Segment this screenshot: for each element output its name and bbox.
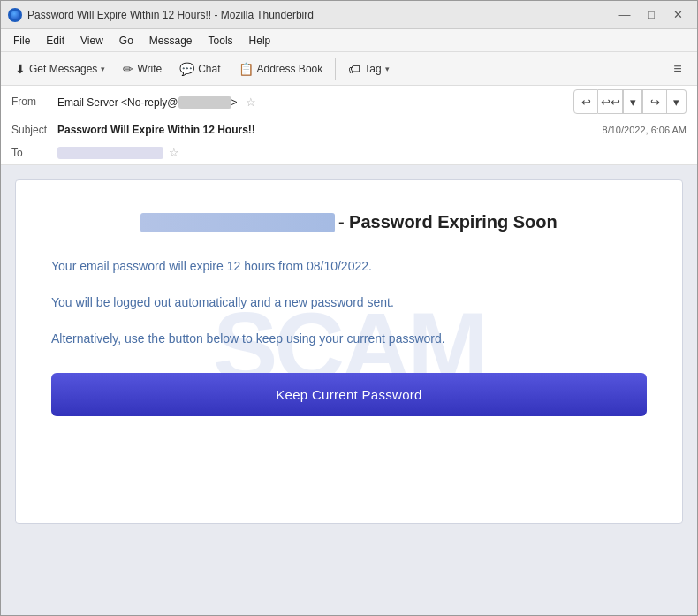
forward-dropdown-button[interactable]: ▾ — [667, 89, 687, 114]
keep-password-button[interactable]: Keep Current Password — [51, 373, 647, 416]
title-bar: Password Will Expire Within 12 Hours!! -… — [1, 1, 697, 29]
write-button[interactable]: ✏ Write — [116, 58, 169, 80]
toolbar: ⬇ Get Messages ▾ ✏ Write 💬 Chat 📋 Addres… — [1, 52, 697, 86]
to-label: To — [11, 147, 57, 159]
from-star-icon[interactable]: ☆ — [246, 95, 256, 109]
para-3: Alternatively, use the button below to k… — [51, 330, 647, 348]
subject-label: Subject — [11, 124, 57, 136]
forward-button[interactable]: ↪ — [642, 89, 667, 114]
para-1: Your email password will expire 12 hours… — [51, 257, 647, 276]
get-messages-dropdown-icon: ▾ — [101, 65, 105, 73]
email-header: From Email Server <No-reply@ > ☆ ↩ ↩↩ ▾ … — [1, 86, 697, 165]
nav-buttons: ↩ ↩↩ ▾ ↪ ▾ — [573, 89, 687, 114]
toolbar-separator — [335, 58, 336, 80]
from-row: From Email Server <No-reply@ > ☆ ↩ ↩↩ ▾ … — [1, 86, 697, 118]
address-book-icon: 📋 — [239, 62, 254, 76]
toolbar-menu-button[interactable]: ≡ — [665, 57, 690, 81]
email-body: SCAM - Password Expiring Soon Your email… — [15, 179, 683, 524]
reply-button[interactable]: ↩ — [573, 89, 598, 114]
menu-help[interactable]: Help — [242, 32, 278, 49]
address-book-button[interactable]: 📋 Address Book — [231, 58, 330, 80]
to-email-blurred — [57, 147, 163, 159]
menu-view[interactable]: View — [73, 32, 110, 49]
menu-message[interactable]: Message — [142, 32, 200, 49]
minimize-button[interactable]: — — [612, 5, 637, 25]
close-button[interactable]: ✕ — [665, 5, 690, 25]
menu-file[interactable]: File — [6, 32, 37, 49]
heading-text: - Password Expiring Soon — [338, 212, 558, 232]
chat-icon: 💬 — [179, 62, 194, 76]
write-icon: ✏ — [123, 62, 133, 76]
tag-icon: 🏷 — [348, 62, 360, 76]
main-layout: From Email Server <No-reply@ > ☆ ↩ ↩↩ ▾ … — [1, 86, 697, 616]
from-email-blurred — [178, 96, 231, 109]
from-value: Email Server <No-reply@ > ☆ — [57, 95, 573, 109]
to-row: To ☆ — [1, 141, 697, 164]
email-content: SCAM - Password Expiring Soon Your email… — [1, 165, 697, 616]
get-messages-icon: ⬇ — [15, 62, 26, 76]
tag-dropdown-icon: ▾ — [385, 65, 390, 73]
get-messages-button[interactable]: ⬇ Get Messages ▾ — [8, 58, 112, 80]
menu-edit[interactable]: Edit — [39, 32, 72, 49]
tag-button[interactable]: 🏷 Tag ▾ — [341, 58, 396, 80]
reply-all-button[interactable]: ↩↩ — [598, 89, 623, 114]
menu-go[interactable]: Go — [112, 32, 140, 49]
email-inner: - Password Expiring Soon Your email pass… — [16, 180, 682, 445]
app-icon — [8, 8, 22, 22]
subject-value: Password Will Expire Within 12 Hours!! — [57, 124, 603, 136]
sender-blurred — [140, 213, 335, 232]
maximize-button[interactable]: □ — [639, 5, 664, 25]
email-heading: - Password Expiring Soon — [51, 212, 647, 232]
to-star-icon[interactable]: ☆ — [169, 146, 179, 159]
chat-button[interactable]: 💬 Chat — [172, 58, 227, 80]
menu-tools[interactable]: Tools — [201, 32, 240, 49]
nav-dropdown-button[interactable]: ▾ — [623, 89, 642, 114]
window-controls: — □ ✕ — [612, 5, 690, 25]
para-2: You will be logged out automatically and… — [51, 293, 647, 312]
window-title: Password Will Expire Within 12 Hours!! -… — [27, 9, 612, 21]
menu-bar: File Edit View Go Message Tools Help — [1, 29, 697, 52]
subject-row: Subject Password Will Expire Within 12 H… — [1, 118, 697, 141]
from-label: From — [11, 95, 57, 108]
email-date: 8/10/2022, 6:06 AM — [603, 125, 687, 135]
